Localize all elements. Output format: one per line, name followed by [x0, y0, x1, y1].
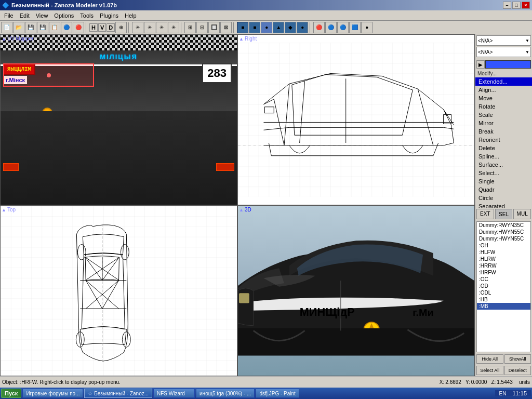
rp-item-rotate[interactable]: Rotate: [475, 102, 532, 111]
toolbar-grid2[interactable]: ⊟: [196, 22, 208, 33]
obj-dummy2[interactable]: Dummy:HWYN55C: [477, 229, 530, 235]
rp-item-extended[interactable]: Extended...: [475, 77, 532, 86]
menu-edit[interactable]: Edit: [17, 11, 33, 20]
vp-arrow-icon: ▲: [2, 36, 6, 42]
police-brand: МІЛІЦЫЯ: [100, 53, 138, 61]
toolbar-save[interactable]: 💾: [25, 22, 36, 33]
obj-hlrw[interactable]: :HLRW: [477, 256, 530, 262]
title-controls: – □ ×: [503, 2, 530, 9]
taskbar-item-4[interactable]: dsfj.JPG - Paint: [256, 389, 299, 398]
obj-dummy1[interactable]: Dummy:RWYN35C: [477, 222, 530, 229]
toolbar-h[interactable]: H: [89, 23, 98, 32]
toolbar-new[interactable]: 📄: [1, 22, 12, 33]
tab-mul[interactable]: MUL: [513, 209, 531, 219]
toolbar-cam4[interactable]: 🟦: [349, 22, 361, 33]
rp-item-single[interactable]: Single: [475, 177, 532, 185]
rp-item-separated[interactable]: Separated: [475, 202, 532, 208]
toolbar-v[interactable]: V: [98, 23, 106, 32]
toolbar-render6[interactable]: ●: [297, 22, 308, 33]
toolbar-snap2[interactable]: ⊠: [220, 22, 232, 33]
toolbar-save2[interactable]: 💾: [37, 22, 48, 33]
rp-item-scale[interactable]: Scale: [475, 111, 532, 119]
tab-ext[interactable]: EXT: [476, 209, 494, 219]
start-button[interactable]: Пуск: [1, 389, 21, 398]
rp-item-break[interactable]: Break: [475, 127, 532, 136]
btn-show-all[interactable]: ShowAll: [504, 354, 531, 364]
menu-plugins[interactable]: Plugins: [97, 11, 122, 20]
toolbar-open[interactable]: 📂: [13, 22, 24, 33]
toolbar-select4[interactable]: ✳: [168, 22, 179, 33]
taskbar-item-1[interactable]: ☆ Безымянный - Zanoz...: [84, 389, 152, 398]
toolbar-render3[interactable]: ●: [261, 22, 272, 33]
viewport-top[interactable]: ▲ Top: [0, 205, 237, 376]
toolbar-cam3[interactable]: 🔵: [337, 22, 349, 33]
rp-item-quadr[interactable]: Quadr: [475, 185, 532, 194]
toolbar-render2[interactable]: ■: [249, 22, 260, 33]
toolbar-cam5[interactable]: ●: [361, 22, 373, 33]
rp-dropdown-1[interactable]: <N/A> ▼: [476, 35, 531, 46]
toolbar-select3[interactable]: ✳: [156, 22, 167, 33]
menu-view[interactable]: View: [33, 11, 51, 20]
rp-dropdown-2[interactable]: <N/A> ▼: [476, 47, 531, 57]
btn-deselect[interactable]: Deselect: [504, 366, 531, 375]
taskbar-item-3[interactable]: инощ5.tga (300%) - ...: [196, 389, 255, 398]
toolbar-render1[interactable]: ■: [237, 22, 248, 33]
taskbar-item-0[interactable]: Игровые форумы по...: [22, 389, 83, 398]
rp-item-align[interactable]: Align...: [475, 86, 532, 94]
menu-help[interactable]: Help: [122, 11, 140, 20]
toolbar-transform[interactable]: ⊕: [115, 22, 127, 33]
z-value: 1.5443: [497, 379, 513, 385]
obj-od[interactable]: :OD: [477, 283, 530, 289]
rp-dropdowns: <N/A> ▼ <N/A> ▼: [475, 34, 532, 59]
obj-odl[interactable]: :ODL: [477, 289, 530, 296]
rp-expand-btn[interactable]: ▶: [476, 60, 485, 69]
close-button[interactable]: ×: [522, 2, 530, 9]
viewport-right[interactable]: ▲ Right: [237, 34, 475, 205]
obj-mb[interactable]: :MB: [477, 303, 530, 310]
minimize-button[interactable]: –: [503, 2, 511, 9]
obj-oh[interactable]: :OH: [477, 242, 530, 249]
rp-item-surface[interactable]: Surface...: [475, 161, 532, 169]
toolbar-btn5[interactable]: 📋: [49, 22, 60, 33]
checkerboard: [1, 35, 237, 50]
btn-select-all[interactable]: Select All: [476, 366, 503, 375]
rp-item-spline[interactable]: Spline...: [475, 152, 532, 161]
rp-item-move[interactable]: Move: [475, 94, 532, 102]
object-list[interactable]: Dummy:RWYN35C Dummy:HWYN55C Dummy:HWYN55…: [476, 221, 531, 353]
taskbar-item-2[interactable]: NFS Wizard: [153, 389, 195, 398]
toolbar-grid1[interactable]: ⊞: [184, 22, 196, 33]
viewport-uv[interactable]: ▲ UV Mapper МІЛІЦЫЯ 283 ЯЫЩЦЛІМ г.Мінск: [0, 34, 237, 205]
rp-item-mirror[interactable]: Mirror: [475, 119, 532, 127]
obj-dummy3[interactable]: Dummy:HWYN55C: [477, 235, 530, 242]
toolbar-select1[interactable]: ✳: [132, 22, 143, 33]
rp-item-select[interactable]: Select...: [475, 169, 532, 177]
toolbar-snap[interactable]: 🔲: [208, 22, 220, 33]
menu-options[interactable]: Options: [51, 11, 77, 20]
rp-item-circle[interactable]: Circle: [475, 194, 532, 202]
toolbar-btn7[interactable]: 🔴: [73, 22, 84, 33]
menu-tools[interactable]: Tools: [77, 11, 97, 20]
toolbar-btn6[interactable]: 🔵: [61, 22, 72, 33]
coord-z: Z: 1.5443: [491, 379, 512, 385]
toolbar-select2[interactable]: ✳: [144, 22, 155, 33]
rp-item-delete[interactable]: Delete: [475, 144, 532, 152]
toolbar-cam1[interactable]: 🔴: [313, 22, 325, 33]
obj-hlfw[interactable]: :HLFW: [477, 249, 530, 256]
menu-file[interactable]: File: [1, 11, 17, 20]
toolbar-render4[interactable]: ▲: [273, 22, 284, 33]
obj-oc[interactable]: :OC: [477, 276, 530, 283]
rp-color-swatch[interactable]: [485, 60, 531, 69]
obj-hrrw[interactable]: :HRRW: [477, 262, 530, 269]
viewport-3d[interactable]: ▲ 3D МИНЩідР г.Ми: [237, 205, 475, 376]
toolbar-d[interactable]: D: [107, 23, 115, 32]
rp-item-reorient[interactable]: Reorient: [475, 136, 532, 144]
toolbar-cam2[interactable]: 🔵: [325, 22, 337, 33]
btn-hide-all[interactable]: Hide All: [476, 354, 503, 364]
uv-handle: [47, 73, 51, 77]
tab-sel[interactable]: SEL: [495, 209, 513, 219]
x-value: 2.6692: [445, 379, 461, 385]
obj-hb[interactable]: :HB: [477, 296, 530, 303]
maximize-button[interactable]: □: [512, 2, 521, 9]
toolbar-render5[interactable]: ◆: [285, 22, 296, 33]
obj-hrfw[interactable]: :HRFW: [477, 269, 530, 276]
